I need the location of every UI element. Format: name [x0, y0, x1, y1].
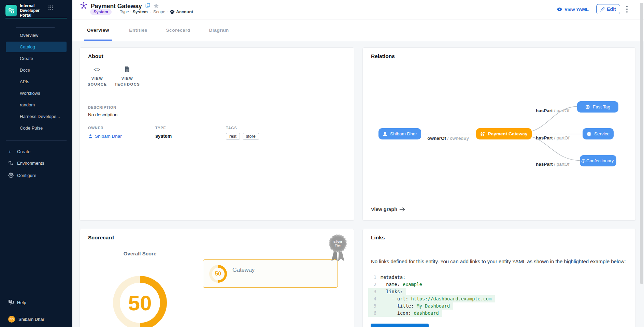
chip-icon: [585, 105, 590, 109]
tier-text-line2: Tier: [335, 243, 341, 247]
about-title: About: [88, 53, 103, 59]
scope-label: Scope :: [153, 10, 168, 14]
yaml-example-code: 1 metadata: 2 name: example 3 links: 4 -…: [368, 274, 495, 317]
portal-logo-icon: [5, 5, 17, 16]
owner-label: OWNER: [88, 126, 122, 130]
description-label: DESCRIPTION: [88, 105, 116, 109]
entity-header: Payment Gateway System · Type : System ·…: [72, 0, 644, 19]
kind-badge: System: [90, 9, 112, 15]
about-card: About <> VIEW SOURCE VIEW TECHDOCS DESCR…: [80, 47, 354, 221]
system-entity-icon: [80, 2, 88, 11]
arrow-right-icon: [399, 207, 405, 212]
sidebar-item-overview[interactable]: Overview: [6, 30, 67, 41]
silver-tier-badge: Silver Tier: [328, 232, 348, 270]
graph-node-payment-gateway[interactable]: Payment Gateway: [476, 128, 532, 139]
view-yaml-button[interactable]: View YAML: [557, 7, 589, 12]
sidebar-action-create[interactable]: + Create: [6, 146, 67, 157]
sidebar-item-random[interactable]: random: [6, 100, 67, 110]
type-label: TYPE: [155, 126, 172, 130]
type-label: Type :: [120, 10, 131, 14]
gateway-score-value: 50: [215, 271, 221, 277]
shapes-icon: [480, 131, 485, 136]
view-techdocs-button[interactable]: VIEW TECHDOCS: [113, 65, 142, 87]
sidebar-user[interactable]: SD Shibam Dhar: [6, 314, 67, 324]
sidebar-action-configure[interactable]: Configure: [6, 170, 67, 180]
code-line-highlighted: 6 icon: dashboard: [368, 310, 442, 317]
document-icon: [113, 65, 142, 74]
sidebar-help[interactable]: ? Help: [6, 298, 67, 307]
chip-icon: [581, 159, 586, 163]
tags-label: TAGS: [226, 126, 262, 130]
code-line: 2 name: example: [368, 281, 426, 288]
sidebar-item-catalog[interactable]: Catalog: [6, 42, 67, 52]
overall-score-gauge: 50: [113, 276, 167, 327]
code-line-highlighted: 3 links:: [368, 288, 406, 295]
description-value: No description: [88, 112, 117, 117]
links-title: Links: [371, 235, 385, 241]
scope-value: Account: [176, 10, 193, 14]
view-graph-link[interactable]: View graph: [371, 207, 405, 212]
help-icon: ?: [8, 299, 17, 306]
graph-node-service[interactable]: Service: [583, 128, 614, 139]
type-value: system: [155, 133, 172, 139]
svg-text:?: ?: [10, 300, 11, 303]
tab-scorecard[interactable]: Scorecard: [166, 28, 190, 33]
edge-label-haspart: hasPart / partOf: [536, 108, 569, 113]
entity-meta: System · Type : System · Scope : Account: [90, 9, 193, 15]
sidebar-divider: [6, 140, 67, 141]
tier-text-line1: Silver: [333, 240, 342, 243]
environments-icon: [8, 160, 17, 166]
overall-score-value: 50: [128, 291, 152, 315]
links-empty-text: No links defined for this entity. You ca…: [371, 258, 630, 265]
tag-chip[interactable]: rest: [226, 133, 240, 140]
code-line: 1 metadata:: [368, 274, 409, 281]
overall-score-label: Overall Score: [113, 251, 167, 256]
tab-overview[interactable]: Overview: [87, 28, 109, 33]
tag-chip[interactable]: store: [243, 133, 259, 140]
sidebar-divider: [16, 27, 55, 28]
links-docs-button[interactable]: Read more: [371, 324, 429, 327]
edit-button[interactable]: Edit: [596, 4, 620, 14]
person-icon: [88, 134, 93, 139]
tab-bar: Overview Entities Scorecard Diagram: [72, 19, 644, 41]
sidebar-action-environments[interactable]: Environments: [6, 158, 67, 168]
tab-entities[interactable]: Entities: [129, 28, 147, 33]
edge-label-haspart: hasPart / partOf: [536, 135, 569, 140]
account-icon: [170, 10, 175, 15]
avatar: SD: [8, 316, 15, 323]
tab-diagram[interactable]: Diagram: [209, 28, 229, 33]
sidebar-accent-rule: [5, 18, 67, 18]
view-source-button[interactable]: <> VIEW SOURCE: [85, 65, 110, 87]
sidebar: Internal Developer Portal Overview Catal…: [0, 0, 72, 327]
sidebar-item-harness-developer[interactable]: Harness Develope...: [6, 111, 67, 122]
sidebar-item-code-pulse[interactable]: Code Pulse: [6, 123, 67, 133]
code-icon: <>: [85, 65, 110, 74]
graph-node-confectionary[interactable]: Confectionary: [580, 155, 616, 166]
edge-label-owner: ownerOf / ownedBy: [426, 136, 470, 141]
sidebar-item-docs[interactable]: Docs: [6, 65, 67, 75]
sidebar-item-create[interactable]: Create: [6, 53, 67, 64]
more-options-icon[interactable]: [626, 5, 628, 13]
type-value: System: [132, 10, 147, 14]
logo-row[interactable]: Internal Developer Portal: [5, 3, 48, 18]
app-grid-icon[interactable]: [48, 5, 53, 12]
code-line-highlighted: 5 title: My Dashboard: [368, 302, 453, 310]
links-card: Links No links defined for this entity. …: [362, 229, 636, 327]
sidebar-item-apis[interactable]: APIs: [6, 76, 67, 87]
owner-link[interactable]: Shibam Dhar: [88, 134, 122, 139]
code-line-highlighted: 4 - url: https://dashboard.example.com: [368, 295, 495, 302]
relations-card: Relations Shibam Dhar Payment Gateway: [362, 47, 636, 221]
edge-label-haspart: hasPart / partOf: [536, 162, 569, 167]
scorecard-title: Scorecard: [88, 235, 114, 241]
chip-icon: [587, 132, 591, 136]
sidebar-item-workflows[interactable]: Workflows: [6, 88, 67, 99]
gateway-score-name: Gateway: [232, 267, 255, 273]
scorecard-tile-gateway[interactable]: 50 Gateway: [203, 259, 338, 288]
gear-icon: [8, 173, 17, 178]
vertical-scrollbar[interactable]: [640, 3, 643, 284]
graph-node-fast-tag[interactable]: Fast Tag: [577, 101, 618, 113]
graph-node-shibam-dhar[interactable]: Shibam Dhar: [378, 128, 421, 139]
person-icon: [383, 132, 387, 136]
plus-icon: +: [8, 149, 17, 154]
portal-title: Internal Developer Portal: [20, 3, 48, 18]
